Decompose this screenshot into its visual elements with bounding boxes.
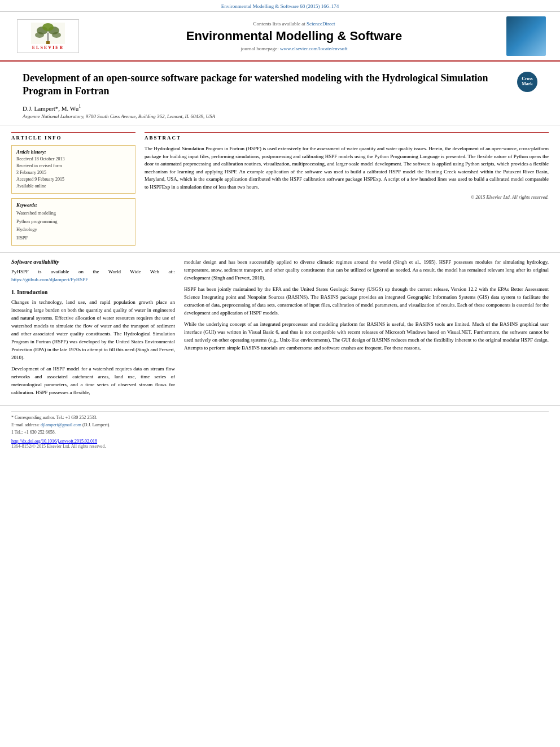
keywords-label: Keywords: bbox=[16, 202, 130, 208]
keyword-2: Python programming bbox=[16, 217, 130, 225]
right-para2: HSPF has been jointly maintained by the … bbox=[184, 286, 549, 317]
elsevier-logo: ELSEVIER bbox=[17, 19, 79, 53]
body-right-column: modular design and has been successfully… bbox=[184, 259, 549, 400]
journal-header: ELSEVIER Contents lists available at Sci… bbox=[0, 12, 560, 62]
author-names: D.J. Lampert*, M. Wu bbox=[23, 104, 78, 111]
introduction-heading: 1. Introduction bbox=[11, 289, 175, 295]
body-section: Software availability PyHSPF is availabl… bbox=[0, 253, 560, 405]
journal-citation-bar: Environmental Modelling & Software 68 (2… bbox=[0, 0, 560, 12]
available-online: Available online bbox=[16, 183, 130, 190]
svg-point-4 bbox=[42, 23, 54, 31]
received-date: Received 18 October 2013 bbox=[16, 156, 130, 163]
accepted-date: Accepted 9 February 2015 bbox=[16, 176, 130, 183]
article-history-box: Article history: Received 18 October 201… bbox=[11, 145, 135, 194]
abstract-text: The Hydrological Simulation Program in F… bbox=[145, 145, 549, 191]
affiliation-line: Argonne National Laboratory, 9700 South … bbox=[23, 113, 537, 119]
publisher-logo-area: ELSEVIER bbox=[11, 19, 85, 53]
crossmark-badge: CrossMark bbox=[517, 72, 537, 92]
sciencedirect-link-anchor[interactable]: ScienceDirect bbox=[307, 21, 335, 27]
article-info-abstract-section: ARTICLE INFO Article history: Received 1… bbox=[0, 125, 560, 253]
journal-cover-thumbnail bbox=[506, 16, 546, 56]
crossmark-icon: CrossMark bbox=[517, 72, 537, 92]
abstract-column: ABSTRACT The Hydrological Simulation Pro… bbox=[145, 132, 549, 246]
article-info-column: ARTICLE INFO Article history: Received 1… bbox=[11, 132, 135, 246]
elsevier-tree-icon bbox=[31, 23, 65, 44]
footnote-email: E-mail address: djlampert@gmail.com (D.J… bbox=[11, 422, 549, 429]
received-revised-label: Received in revised form bbox=[16, 163, 130, 169]
article-title-section: CrossMark Development of an open-source … bbox=[0, 62, 560, 125]
svg-point-6 bbox=[52, 32, 61, 38]
revised-date: 3 February 2015 bbox=[16, 169, 130, 176]
intro-para1: Changes in technology, land use, and rap… bbox=[11, 299, 175, 362]
right-para1: modular design and has been successfully… bbox=[184, 259, 549, 282]
footnote-corresponding: * Corresponding author. Tel.: +1 630 252… bbox=[11, 414, 549, 422]
journal-title-area: Contents lists available at ScienceDirec… bbox=[85, 21, 504, 51]
footnote-email-link[interactable]: djlampert@gmail.com bbox=[41, 422, 81, 427]
article-info-heading: ARTICLE INFO bbox=[11, 132, 135, 141]
pyhspf-link[interactable]: https://github.com/djlampert/PyHSPF bbox=[11, 277, 88, 282]
copyright-line: © 2015 Elsevier Ltd. All rights reserved… bbox=[145, 194, 549, 200]
footnote-divider bbox=[11, 412, 549, 412]
right-para3: While the underlying concept of an integ… bbox=[184, 321, 549, 352]
keyword-3: Hydrology bbox=[16, 225, 130, 233]
journal-title: Environmental Modelling & Software bbox=[85, 29, 504, 43]
footnote-tel1: 1 Tel.: +1 630 252 6658. bbox=[11, 429, 549, 436]
keywords-box: Keywords: Watershed modeling Python prog… bbox=[11, 198, 135, 246]
keyword-1: Watershed modeling bbox=[16, 209, 130, 217]
keyword-4: HSPF bbox=[16, 234, 130, 242]
svg-point-5 bbox=[35, 32, 44, 38]
software-availability-heading: Software availability bbox=[11, 259, 175, 265]
doi-link[interactable]: http://dx.doi.org/10.1016/j.envsoft.2015… bbox=[11, 439, 97, 444]
intro-para2: Development of an HSPF model for a water… bbox=[11, 365, 175, 397]
journal-homepage: journal homepage: www.elsevier.com/locat… bbox=[85, 46, 504, 51]
article-title: Development of an open-source software p… bbox=[23, 72, 537, 98]
authors-line: D.J. Lampert*, M. Wu1 bbox=[23, 104, 537, 112]
abstract-heading: ABSTRACT bbox=[145, 132, 549, 141]
body-left-column: Software availability PyHSPF is availabl… bbox=[11, 259, 175, 400]
introduction-section: 1. Introduction Changes in technology, l… bbox=[11, 289, 175, 396]
history-label: Article history: bbox=[16, 149, 130, 155]
sciencedirect-link: Contents lists available at ScienceDirec… bbox=[85, 21, 504, 27]
journal-citation-text: Environmental Modelling & Software 68 (2… bbox=[221, 3, 339, 9]
doi-line: http://dx.doi.org/10.1016/j.envsoft.2015… bbox=[11, 439, 549, 444]
journal-homepage-link[interactable]: www.elsevier.com/locate/envsoft bbox=[280, 46, 347, 51]
author-sup: 1 bbox=[78, 104, 81, 109]
issn-line: 1364-8152/© 2015 Elsevier Ltd. All right… bbox=[11, 444, 549, 449]
footnote-section: * Corresponding author. Tel.: +1 630 252… bbox=[0, 405, 560, 452]
software-availability-text: PyHSPF is available on the World Wide We… bbox=[11, 268, 175, 283]
svg-rect-7 bbox=[46, 41, 50, 44]
journal-cover-image bbox=[504, 16, 549, 56]
elsevier-brand-text: ELSEVIER bbox=[32, 45, 64, 50]
